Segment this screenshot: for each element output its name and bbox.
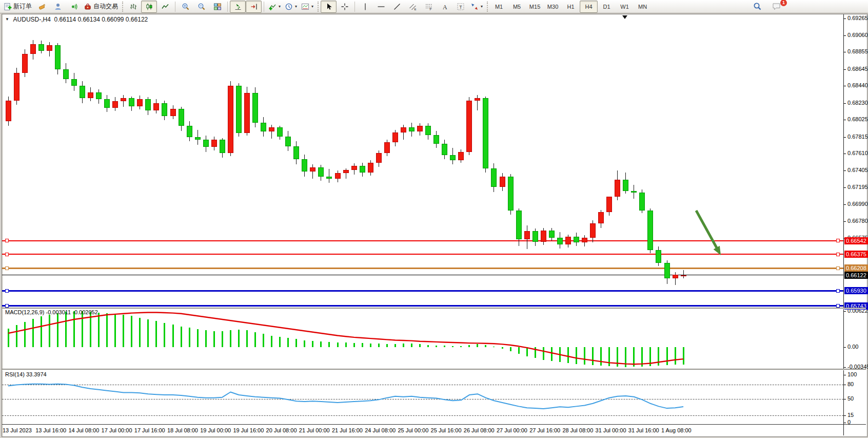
tile-windows-icon — [213, 3, 222, 11]
rsi-scale-label: 80 — [847, 381, 854, 387]
trendline-icon — [393, 3, 401, 11]
vertical-line-button[interactable] — [357, 1, 373, 13]
price-tick-label: 0.67195 — [847, 184, 868, 190]
zoom-out-button[interactable] — [193, 1, 209, 13]
toolbar-grip — [122, 2, 123, 12]
new-order-button[interactable]: 新订单 — [2, 1, 34, 13]
bar-chart-button[interactable] — [125, 1, 141, 13]
horizontal-line-button[interactable] — [373, 1, 389, 13]
text-button[interactable]: A — [437, 1, 452, 13]
chart-shift-button[interactable] — [246, 1, 262, 13]
candlestick-chart-button[interactable] — [141, 1, 157, 13]
time-axis-label: 17 Jul 00:00 — [102, 427, 132, 433]
dropdown-caret: ▾ — [481, 4, 483, 9]
line-chart-icon — [161, 3, 169, 11]
crosshair-button[interactable] — [337, 1, 352, 13]
time-axis-label: 18 Jul 08:00 — [167, 427, 198, 433]
time-axis-label: 24 Jul 08:00 — [365, 427, 396, 433]
chart-axis-layer: 0.692650.690600.688550.686450.684400.682… — [2, 14, 866, 435]
cursor-button[interactable] — [321, 1, 337, 13]
chart-shift-icon — [250, 3, 258, 11]
price-tick-label: 0.69060 — [847, 32, 868, 38]
text-label-button[interactable]: T — [452, 1, 468, 13]
candlestick-icon — [145, 3, 153, 11]
toolbar-separator — [354, 2, 355, 12]
price-tick-label: 0.67815 — [847, 134, 868, 140]
chart-symbol-period: AUDUSD-,H4 — [13, 16, 51, 23]
chart-shift-marker[interactable] — [622, 15, 627, 19]
horizontal-line-icon — [377, 3, 385, 11]
time-axis-label: 31 Jul 00:00 — [596, 427, 626, 433]
price-tick-label: 0.67405 — [847, 167, 868, 173]
timeframe-mn-button[interactable]: MN — [634, 1, 652, 13]
signals-button[interactable] — [66, 1, 82, 13]
fibonacci-button[interactable]: F — [421, 1, 437, 13]
chart-window[interactable]: 0.692650.690600.688550.686450.684400.682… — [2, 14, 867, 437]
periods-button[interactable]: ▾ — [283, 1, 299, 13]
line-chart-button[interactable] — [157, 1, 173, 13]
autotrading-button[interactable]: 自动交易 — [82, 1, 120, 13]
timeframe-m15-button[interactable]: M15 — [526, 1, 544, 13]
timeframe-h4-button[interactable]: H4 — [580, 1, 598, 13]
dropdown-caret: ▾ — [311, 4, 313, 9]
tile-windows-button[interactable] — [209, 1, 225, 13]
chart-title-dropdown-icon[interactable]: ▼ — [5, 17, 9, 22]
price-tick-label: 0.68440 — [847, 82, 868, 88]
chart-title: ▼ AUDUSD-,H4 0.66114 0.66134 0.66099 0.6… — [5, 16, 148, 23]
time-axis-label: 19 Jul 00:00 — [200, 427, 231, 433]
zoom-in-icon — [182, 3, 190, 11]
price-tick-label: 0.68230 — [847, 100, 868, 106]
price-line-badge: 0.66542 — [844, 237, 868, 244]
macd-indicator-label: MACD(12,26,9) -0.003011 -0.002052 — [5, 309, 98, 315]
rsi-scale-label: 15 — [847, 412, 854, 418]
auto-scroll-button[interactable] — [230, 1, 246, 13]
price-tick-label: 0.67610 — [847, 150, 868, 156]
templates-button[interactable]: ▾ — [299, 1, 315, 13]
timeframe-h1-button[interactable]: H1 — [562, 1, 580, 13]
svg-text:T: T — [459, 4, 462, 9]
toolbar-separator — [175, 2, 175, 12]
time-axis-line — [2, 424, 866, 425]
timeframe-m30-button[interactable]: M30 — [544, 1, 562, 13]
timeframe-d1-button[interactable]: D1 — [598, 1, 616, 13]
timeframe-w1-button[interactable]: W1 — [616, 1, 634, 13]
dropdown-caret: ▾ — [295, 4, 297, 9]
time-axis-label: 31 Jul 16:00 — [628, 427, 659, 433]
chart-styler-button[interactable] — [34, 1, 50, 13]
cursor-arrow-icon — [325, 3, 333, 11]
toolbar-grip — [318, 2, 319, 12]
price-line-badge: 0.66122 — [844, 272, 868, 279]
equidistant-channel-button[interactable]: E — [405, 1, 421, 13]
macd-panel-splitter[interactable] — [2, 308, 866, 309]
autotrading-icon — [84, 3, 92, 11]
time-axis-label: 14 Jul 08:00 — [68, 427, 99, 433]
autotrading-label: 自动交易 — [93, 2, 118, 11]
auto-scroll-icon — [234, 3, 242, 11]
trendline-button[interactable] — [389, 1, 405, 13]
price-axis-line — [843, 14, 844, 435]
time-axis-label: 21 Jul 16:00 — [332, 427, 363, 433]
price-tick-label: 0.68855 — [847, 48, 868, 54]
svg-text:E: E — [414, 7, 416, 10]
search-button[interactable] — [749, 1, 765, 13]
chart-quote-line: 0.66114 0.66134 0.66099 0.66122 — [54, 16, 148, 23]
arrows-button[interactable]: ▾ — [468, 1, 485, 13]
zoom-in-button[interactable] — [177, 1, 193, 13]
price-tick-label: 0.66990 — [847, 201, 868, 207]
indicators-button[interactable]: ▾ — [266, 1, 283, 13]
timeframe-m1-button[interactable]: M1 — [490, 1, 508, 13]
macd-scale-label: 0.00 — [847, 344, 858, 350]
time-axis-label: 26 Jul 08:00 — [464, 427, 495, 433]
timeframe-m5-button[interactable]: M5 — [508, 1, 526, 13]
rsi-panel-splitter[interactable] — [2, 369, 866, 370]
main-toolbar: 新订单 自动交易 ▾ ▾ ▾ E F A T ▾ M1 M5 M15 M30 H… — [0, 0, 868, 13]
template-icon — [301, 3, 309, 11]
price-tick-label: 0.66780 — [847, 218, 868, 224]
vertical-line-icon — [361, 3, 369, 11]
price-line-badge: 0.66375 — [844, 251, 868, 258]
time-axis-label: 17 Jul 16:00 — [134, 427, 165, 433]
profile-button[interactable] — [50, 1, 66, 13]
community-button[interactable]: 1 — [768, 1, 784, 13]
time-axis-label: 28 Jul 08:00 — [562, 427, 593, 433]
new-order-label: 新订单 — [13, 2, 32, 11]
